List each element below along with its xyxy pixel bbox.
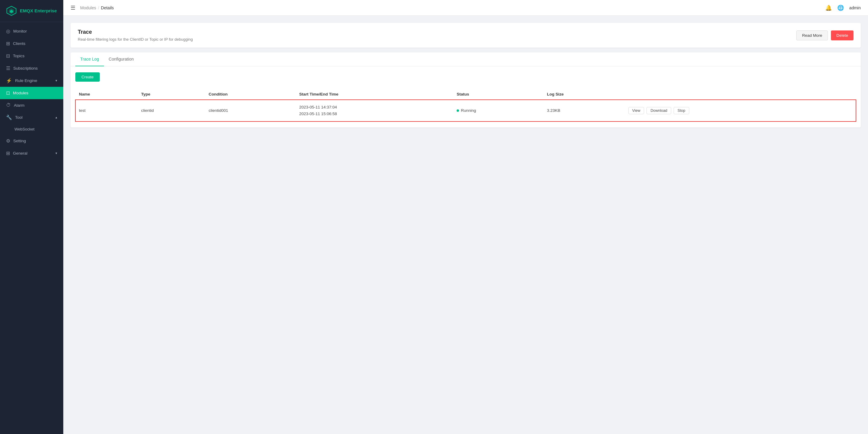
cell-type: clientid [137,100,205,121]
col-header-name: Name [75,89,137,100]
cell-condition: clientid001 [205,100,296,121]
alarm-icon: ⏱ [6,102,11,108]
breadcrumb: Modules / Details [80,5,114,10]
globe-icon[interactable]: 🌐 [837,4,844,11]
sidebar-item-monitor[interactable]: ◎ Monitor [0,25,63,37]
sidebar-item-websocket[interactable]: WebSocket [0,124,63,135]
col-header-condition: Condition [205,89,296,100]
sidebar-item-tool[interactable]: 🔧 Tool ▴ [0,111,63,124]
trace-header-actions: Read More Delete [796,30,854,40]
tool-icon: 🔧 [6,115,12,120]
cell-time: 2023-05-11 14:37:04 2023-05-11 15:06:58 [296,100,453,121]
sidebar-item-modules[interactable]: ⊡ Modules [0,87,63,99]
sidebar-item-label: Alarm [14,103,24,107]
sidebar-item-label: Clients [13,41,25,46]
view-button[interactable]: View [628,107,644,114]
sidebar-navigation: ◎ Monitor ⊞ Clients ⊟ Topics ☰ Subscript… [0,22,63,434]
modules-icon: ⊡ [6,90,10,96]
sidebar-item-label: Topics [13,54,24,58]
breadcrumb-separator: / [98,5,99,10]
col-header-time: Start Time/End Time [296,89,453,100]
tabs-card: Trace Log Configuration Create Name Type… [70,53,861,127]
trace-log-table: Name Type Condition Start Time/End Time … [75,89,856,121]
col-header-log-size: Log Size [544,89,625,100]
cell-name: test [75,100,137,121]
start-time: 2023-05-11 14:37:04 [299,104,450,111]
notification-icon[interactable]: 🔔 [825,4,832,11]
cell-actions: View Download Stop [625,100,856,121]
sidebar-item-alarm[interactable]: ⏱ Alarm [0,99,63,111]
breadcrumb-current: Details [101,5,114,10]
cell-status: Running [453,100,544,121]
setting-icon: ⚙ [6,138,10,144]
status-label: Running [461,108,476,113]
app-name: EMQX Enterprise [20,8,57,13]
delete-button[interactable]: Delete [831,30,854,40]
sidebar-item-general[interactable]: ⊞ General ▾ [0,147,63,159]
header-left: ☰ Modules / Details [70,4,114,11]
download-button[interactable]: Download [647,107,671,114]
trace-header-card: Trace Real-time filtering logs for the C… [70,23,861,48]
create-button[interactable]: Create [75,72,100,82]
page-title: Trace [78,29,193,35]
sidebar-item-label: Subscriptions [13,66,38,70]
page-content: Trace Real-time filtering logs for the C… [63,16,868,434]
col-header-actions [625,89,856,100]
tab-trace-log[interactable]: Trace Log [75,53,104,66]
hamburger-icon[interactable]: ☰ [70,4,75,11]
stop-button[interactable]: Stop [674,107,689,114]
trace-info: Trace Real-time filtering logs for the C… [78,29,193,41]
general-icon: ⊞ [6,150,10,156]
sidebar-item-label: WebSocket [14,127,34,131]
read-more-button[interactable]: Read More [796,30,828,40]
header-right: 🔔 🌐 admin [825,4,861,11]
chevron-down-icon: ▾ [56,151,57,155]
chevron-down-icon: ▾ [56,79,57,83]
header: ☰ Modules / Details 🔔 🌐 admin [63,0,868,16]
tabs-header: Trace Log Configuration [70,53,861,66]
sidebar-item-rule-engine[interactable]: ⚡ Rule Engine ▾ [0,74,63,87]
tab-configuration[interactable]: Configuration [104,53,138,66]
sidebar-item-label: Rule Engine [15,79,37,83]
main-content: ☰ Modules / Details 🔔 🌐 admin Trace Real… [63,0,868,434]
status-running-dot [457,110,459,112]
clients-icon: ⊞ [6,41,10,46]
sidebar: EMQX Enterprise ◎ Monitor ⊞ Clients ⊟ To… [0,0,63,434]
sidebar-item-topics[interactable]: ⊟ Topics [0,50,63,62]
sidebar-item-label: General [13,151,27,156]
cell-log-size: 3.23KB [544,100,625,121]
monitor-icon: ◎ [6,28,10,34]
sidebar-item-clients[interactable]: ⊞ Clients [0,37,63,50]
subscriptions-icon: ☰ [6,65,10,71]
sidebar-item-label: Monitor [13,29,27,33]
trace-description: Real-time filtering logs for the ClientI… [78,37,193,41]
chevron-up-icon: ▴ [56,116,57,119]
sidebar-item-subscriptions[interactable]: ☰ Subscriptions [0,62,63,74]
sidebar-item-label: Setting [13,138,26,143]
table-row: test clientid clientid001 2023-05-11 14:… [75,100,856,121]
row-actions: View Download Stop [628,107,852,114]
rule-engine-icon: ⚡ [6,78,12,84]
breadcrumb-parent[interactable]: Modules [80,5,96,10]
topics-icon: ⊟ [6,53,10,59]
end-time: 2023-05-11 15:06:58 [299,111,450,117]
sidebar-logo: EMQX Enterprise [0,0,63,22]
user-menu[interactable]: admin [849,5,861,10]
col-header-status: Status [453,89,544,100]
sidebar-item-label: Modules [13,91,28,95]
tab-content-trace-log: Create Name Type Condition Start Time/En… [70,66,861,127]
sidebar-item-label: Tool [15,115,23,120]
sidebar-item-setting[interactable]: ⚙ Setting [0,135,63,147]
col-header-type: Type [137,89,205,100]
